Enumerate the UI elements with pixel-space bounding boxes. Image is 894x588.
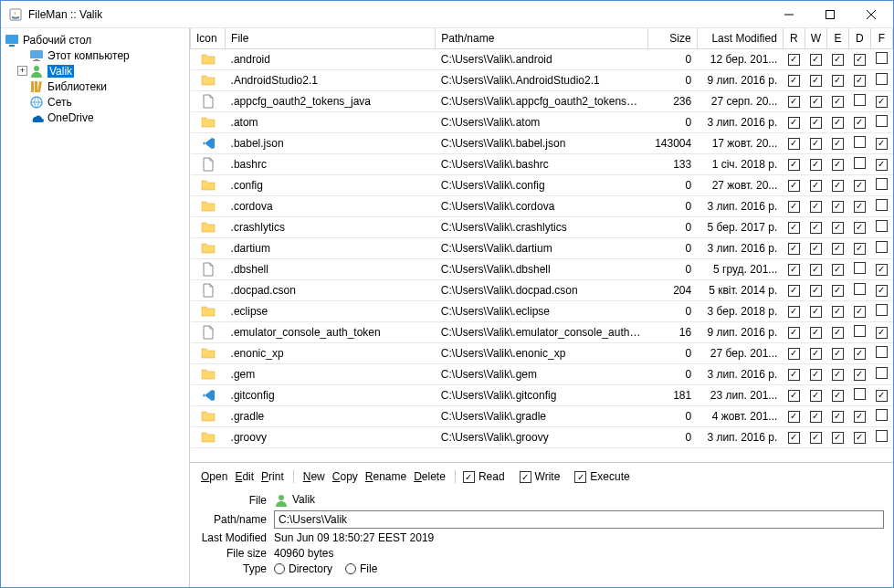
checkbox-icon[interactable] bbox=[810, 432, 822, 444]
checkbox-icon[interactable] bbox=[854, 157, 866, 169]
file-table-scroll[interactable]: Icon File Path/name Size Last Modified R… bbox=[190, 28, 893, 463]
checkbox-icon[interactable] bbox=[788, 117, 800, 129]
checkbox-icon[interactable] bbox=[810, 138, 822, 150]
radio-directory[interactable]: Directory bbox=[274, 562, 332, 575]
checkbox-icon[interactable] bbox=[832, 306, 844, 318]
perm-write-checkbox[interactable]: Write bbox=[520, 470, 561, 483]
table-row[interactable]: .groovyC:\Users\Valik\.groovy03 лип. 201… bbox=[191, 426, 893, 447]
cmd-open[interactable]: Open bbox=[199, 470, 229, 483]
checkbox-icon[interactable] bbox=[876, 304, 888, 316]
tree-item[interactable]: OneDrive bbox=[1, 110, 189, 125]
checkbox-icon[interactable] bbox=[876, 199, 888, 211]
table-row[interactable]: .appcfg_oauth2_tokens_javaC:\Users\Valik… bbox=[191, 90, 893, 111]
checkbox-icon[interactable] bbox=[876, 115, 888, 127]
checkbox-icon[interactable] bbox=[854, 432, 866, 444]
checkbox-icon[interactable] bbox=[854, 283, 866, 295]
checkbox-icon[interactable] bbox=[876, 52, 888, 64]
checkbox-icon[interactable] bbox=[810, 96, 822, 108]
checkbox-icon[interactable] bbox=[854, 348, 866, 360]
checkbox-icon[interactable] bbox=[854, 201, 866, 213]
checkbox-icon[interactable] bbox=[854, 117, 866, 129]
table-row[interactable]: .atomC:\Users\Valik\.atom03 лип. 2016 р. bbox=[191, 111, 893, 132]
checkbox-icon[interactable] bbox=[854, 136, 866, 148]
checkbox-icon[interactable] bbox=[854, 262, 866, 274]
checkbox-icon[interactable] bbox=[788, 75, 800, 87]
checkbox-icon[interactable] bbox=[810, 327, 822, 339]
checkbox-icon[interactable] bbox=[788, 222, 800, 234]
table-row[interactable]: .gradleC:\Users\Valik\.gradle04 жовт. 20… bbox=[191, 405, 893, 426]
perm-read-checkbox[interactable]: Read bbox=[463, 470, 505, 483]
col-e[interactable]: E bbox=[826, 28, 848, 48]
checkbox-icon[interactable] bbox=[854, 75, 866, 87]
table-row[interactable]: .emulator_console_auth_tokenC:\Users\Val… bbox=[191, 321, 893, 342]
checkbox-icon[interactable] bbox=[788, 348, 800, 360]
cmd-rename[interactable]: Rename bbox=[363, 470, 408, 483]
tree-item[interactable]: Сеть bbox=[1, 94, 189, 110]
checkbox-icon[interactable] bbox=[810, 222, 822, 234]
table-row[interactable]: .bashrcC:\Users\Valik\.bashrc1331 січ. 2… bbox=[191, 153, 893, 174]
tree-item[interactable]: Библиотеки bbox=[1, 79, 189, 94]
checkbox-icon[interactable] bbox=[788, 138, 800, 150]
checkbox-icon[interactable] bbox=[832, 285, 844, 297]
checkbox-icon[interactable] bbox=[788, 201, 800, 213]
checkbox-icon[interactable] bbox=[788, 54, 800, 66]
checkbox-icon[interactable] bbox=[876, 285, 888, 297]
checkbox-icon[interactable] bbox=[832, 369, 844, 381]
table-row[interactable]: .docpad.csonC:\Users\Valik\.docpad.cson2… bbox=[191, 279, 893, 300]
checkbox-icon[interactable] bbox=[876, 346, 888, 358]
checkbox-icon[interactable] bbox=[788, 159, 800, 171]
table-row[interactable]: .configC:\Users\Valik\.config027 жовт. 2… bbox=[191, 174, 893, 195]
col-size[interactable]: Size bbox=[647, 28, 697, 48]
checkbox-icon[interactable] bbox=[810, 285, 822, 297]
col-r[interactable]: R bbox=[783, 28, 805, 48]
checkbox-icon[interactable] bbox=[810, 243, 822, 255]
checkbox-icon[interactable] bbox=[832, 159, 844, 171]
table-row[interactable]: .AndroidStudio2.1C:\Users\Valik\.Android… bbox=[191, 69, 893, 90]
checkbox-icon[interactable] bbox=[788, 243, 800, 255]
maximize-button[interactable] bbox=[809, 1, 850, 27]
checkbox-icon[interactable] bbox=[854, 222, 866, 234]
checkbox-icon[interactable] bbox=[854, 94, 866, 106]
checkbox-icon[interactable] bbox=[832, 432, 844, 444]
checkbox-icon[interactable] bbox=[788, 264, 800, 276]
checkbox-icon[interactable] bbox=[876, 220, 888, 232]
checkbox-icon[interactable] bbox=[832, 138, 844, 150]
col-path[interactable]: Path/name bbox=[436, 28, 647, 48]
checkbox-icon[interactable] bbox=[876, 390, 888, 402]
checkbox-icon[interactable] bbox=[810, 54, 822, 66]
checkbox-icon[interactable] bbox=[832, 201, 844, 213]
checkbox-icon[interactable] bbox=[810, 180, 822, 192]
table-row[interactable]: .gemC:\Users\Valik\.gem03 лип. 2016 р. bbox=[191, 363, 893, 384]
checkbox-icon[interactable] bbox=[832, 411, 844, 423]
checkbox-icon[interactable] bbox=[788, 411, 800, 423]
checkbox-icon[interactable] bbox=[788, 96, 800, 108]
checkbox-icon[interactable] bbox=[854, 369, 866, 381]
col-f[interactable]: F bbox=[870, 28, 892, 48]
checkbox-icon[interactable] bbox=[876, 264, 888, 276]
checkbox-icon[interactable] bbox=[876, 178, 888, 190]
tree-root[interactable]: Рабочий стол bbox=[1, 32, 189, 47]
checkbox-icon[interactable] bbox=[832, 222, 844, 234]
tree-item[interactable]: Этот компьютер bbox=[1, 47, 189, 63]
checkbox-icon[interactable] bbox=[788, 432, 800, 444]
cmd-edit[interactable]: Edit bbox=[233, 470, 256, 483]
checkbox-icon[interactable] bbox=[810, 159, 822, 171]
col-file[interactable]: File bbox=[226, 28, 436, 48]
tree-item-selected[interactable]: + Valik bbox=[1, 63, 189, 79]
checkbox-icon[interactable] bbox=[854, 54, 866, 66]
checkbox-icon[interactable] bbox=[876, 96, 888, 108]
checkbox-icon[interactable] bbox=[854, 411, 866, 423]
checkbox-icon[interactable] bbox=[854, 180, 866, 192]
checkbox-icon[interactable] bbox=[788, 327, 800, 339]
table-row[interactable]: .babel.jsonC:\Users\Valik\.babel.json143… bbox=[191, 132, 893, 153]
checkbox-icon[interactable] bbox=[854, 388, 866, 400]
table-row[interactable]: .crashlyticsC:\Users\Valik\.crashlytics0… bbox=[191, 216, 893, 237]
checkbox-icon[interactable] bbox=[854, 325, 866, 337]
checkbox-icon[interactable] bbox=[876, 138, 888, 150]
checkbox-icon[interactable] bbox=[810, 369, 822, 381]
checkbox-icon[interactable] bbox=[810, 390, 822, 402]
table-row[interactable]: .androidC:\Users\Valik\.android012 бер. … bbox=[191, 48, 893, 69]
close-button[interactable] bbox=[850, 1, 891, 27]
checkbox-icon[interactable] bbox=[810, 306, 822, 318]
checkbox-icon[interactable] bbox=[876, 241, 888, 253]
